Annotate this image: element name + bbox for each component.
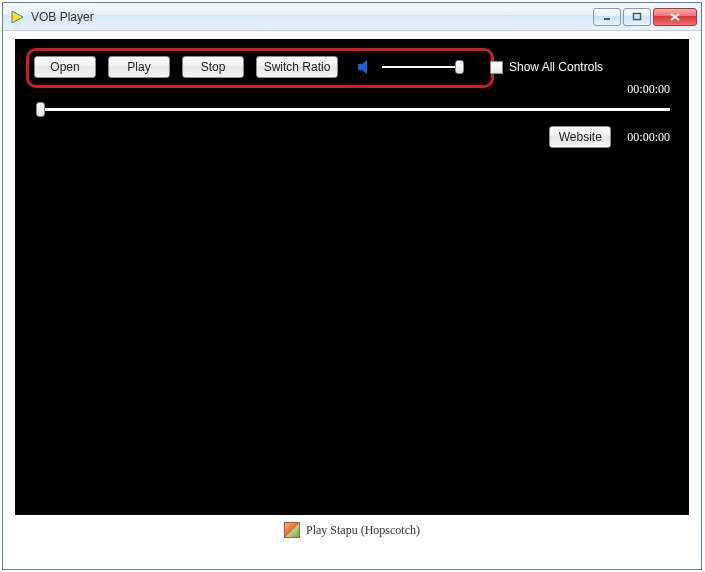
svg-rect-2	[634, 13, 641, 19]
content-area: Open Play Stop Switch Ratio Show All Con…	[3, 31, 701, 569]
window-controls	[593, 8, 697, 26]
titlebar: VOB Player	[3, 3, 701, 31]
show-all-controls-label: Show All Controls	[509, 60, 603, 74]
app-play-icon	[9, 9, 25, 25]
switch-ratio-button[interactable]: Switch Ratio	[256, 56, 338, 78]
seek-thumb[interactable]	[36, 102, 45, 117]
minimize-button[interactable]	[593, 8, 621, 26]
maximize-button[interactable]	[623, 8, 651, 26]
website-button[interactable]: Website	[549, 126, 611, 148]
main-toolbar: Open Play Stop Switch Ratio Show All Con…	[34, 54, 674, 80]
window-title: VOB Player	[31, 10, 593, 24]
svg-marker-5	[358, 60, 367, 74]
stop-button[interactable]: Stop	[182, 56, 244, 78]
seek-slider[interactable]	[36, 100, 670, 120]
play-button[interactable]: Play	[108, 56, 170, 78]
volume-icon	[356, 58, 374, 76]
show-all-controls-checkbox[interactable]	[490, 61, 503, 74]
seek-track	[36, 108, 670, 111]
player-area: Open Play Stop Switch Ratio Show All Con…	[15, 39, 689, 515]
close-button[interactable]	[653, 8, 697, 26]
total-time: 00:00:00	[627, 130, 670, 145]
app-window: VOB Player Open Play Stop Switch Ratio	[2, 2, 702, 570]
volume-thumb[interactable]	[455, 60, 464, 74]
volume-track	[382, 66, 464, 68]
open-button[interactable]: Open	[34, 56, 96, 78]
volume-slider[interactable]	[382, 58, 464, 76]
footer-thumbnail-icon	[284, 522, 300, 538]
footer-link[interactable]: Play Stapu (Hopscotch)	[306, 523, 420, 538]
elapsed-time: 00:00:00	[627, 82, 670, 97]
footer: Play Stapu (Hopscotch)	[15, 515, 689, 545]
secondary-row: Website 00:00:00	[549, 126, 670, 148]
svg-marker-0	[12, 11, 23, 23]
